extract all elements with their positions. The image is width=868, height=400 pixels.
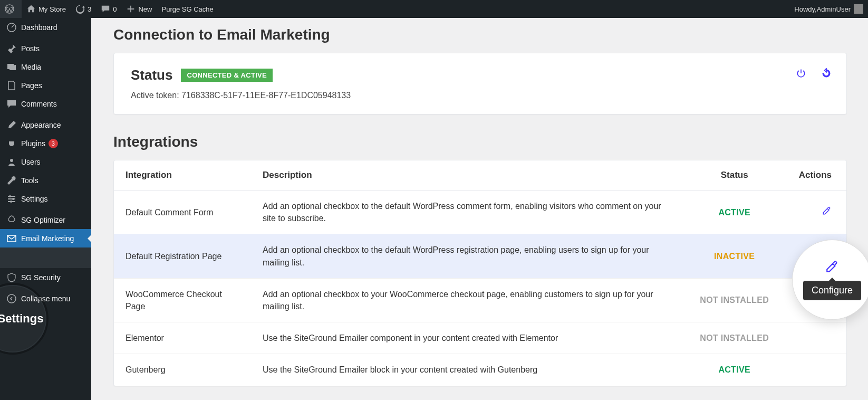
status-badge: CONNECTED & ACTIVE bbox=[181, 69, 273, 82]
avatar-icon bbox=[854, 4, 863, 14]
menu-appearance[interactable]: Appearance bbox=[0, 116, 91, 134]
wp-logo[interactable] bbox=[0, 0, 22, 18]
menu-tools[interactable]: Tools bbox=[0, 171, 91, 189]
integration-description: Use the SiteGround Emailer block in your… bbox=[251, 354, 682, 386]
integration-actions bbox=[787, 322, 846, 354]
connection-section-title: Connection to Email Marketing bbox=[113, 26, 847, 43]
integrations-table-card: Integration Description Status Actions D… bbox=[113, 160, 847, 386]
account-link[interactable]: Howdy, AdminUser bbox=[789, 0, 868, 18]
new-label: New bbox=[138, 5, 152, 13]
menu-plugins[interactable]: Plugins 3 bbox=[0, 134, 91, 153]
menu-comments[interactable]: Comments bbox=[0, 94, 91, 113]
updates-count: 3 bbox=[88, 5, 91, 13]
col-description: Description bbox=[251, 160, 682, 191]
integrations-table: Integration Description Status Actions D… bbox=[114, 160, 846, 386]
table-row: ElementorUse the SiteGround Emailer comp… bbox=[114, 322, 846, 354]
table-row: WooCommerce Checkout PageAdd an optional… bbox=[114, 278, 846, 322]
user-display-name: AdminUser bbox=[817, 5, 851, 13]
svg-point-5 bbox=[10, 201, 12, 203]
configure-tooltip: Configure bbox=[803, 281, 861, 300]
site-name: My Store bbox=[38, 5, 66, 13]
menu-settings[interactable]: Settings bbox=[0, 189, 91, 208]
integration-description: Use the SiteGround Emailer component in … bbox=[251, 322, 682, 354]
home-icon bbox=[26, 4, 36, 14]
table-row: Default Registration PageAdd an optional… bbox=[114, 234, 846, 278]
integration-name: Gutenberg bbox=[114, 354, 251, 386]
menu-pages[interactable]: Pages bbox=[0, 76, 91, 94]
integrations-section-title: Integrations bbox=[113, 134, 847, 150]
updates-icon bbox=[75, 4, 85, 14]
menu-sg-security[interactable]: SG Security bbox=[0, 268, 91, 287]
site-link[interactable]: My Store bbox=[22, 0, 71, 18]
plus-icon bbox=[126, 4, 136, 14]
integration-status: ACTIVE bbox=[682, 191, 787, 234]
comment-icon bbox=[101, 4, 110, 14]
user-icon bbox=[6, 157, 17, 167]
dashboard-icon bbox=[6, 22, 17, 33]
pages-icon bbox=[6, 80, 17, 91]
integration-description: Add an optional checkbox to the default … bbox=[251, 191, 682, 234]
svg-point-3 bbox=[9, 195, 11, 197]
integration-description: Add an optional checkbox to the default … bbox=[251, 234, 682, 278]
menu-sg-optimizer[interactable]: SG Optimizer bbox=[0, 211, 91, 229]
configure-button[interactable] bbox=[822, 208, 832, 217]
wordpress-icon bbox=[5, 4, 14, 14]
col-integration: Integration bbox=[114, 160, 251, 191]
configure-callout: Configure bbox=[792, 240, 868, 320]
purge-label: Purge SG Cache bbox=[162, 5, 214, 13]
pin-icon bbox=[6, 43, 17, 54]
sliders-icon bbox=[6, 194, 17, 204]
menu-posts[interactable]: Posts bbox=[0, 39, 91, 58]
integration-status: ACTIVE bbox=[682, 354, 787, 386]
email-marketing-submenu: Settings bbox=[0, 247, 91, 268]
admin-sidebar: Dashboard Posts Media Pages Comments App… bbox=[0, 18, 91, 400]
pencil-icon bbox=[822, 206, 832, 215]
menu-media[interactable]: Media bbox=[0, 58, 91, 76]
brush-icon bbox=[6, 120, 17, 130]
email-icon bbox=[6, 233, 17, 244]
integration-name: WooCommerce Checkout Page bbox=[114, 278, 251, 322]
main-content: Connection to Email Marketing Status CON… bbox=[91, 18, 868, 400]
svg-point-7 bbox=[7, 294, 16, 303]
wrench-icon bbox=[6, 175, 17, 186]
purge-cache-link[interactable]: Purge SG Cache bbox=[157, 0, 218, 18]
power-off-icon bbox=[796, 68, 806, 79]
active-token-text: Active token: 7168338C-51F7-11EE-8F77-E1… bbox=[131, 91, 830, 100]
status-card: Status CONNECTED & ACTIVE Active token: … bbox=[113, 53, 847, 115]
table-row: Default Comment FormAdd an optional chec… bbox=[114, 191, 846, 234]
refresh-button[interactable] bbox=[821, 68, 832, 81]
table-row: GutenbergUse the SiteGround Emailer bloc… bbox=[114, 354, 846, 386]
disconnect-button[interactable] bbox=[796, 68, 806, 81]
howdy-prefix: Howdy, bbox=[794, 5, 816, 13]
menu-email-marketing[interactable]: Email Marketing bbox=[0, 229, 91, 247]
plug-icon bbox=[6, 138, 17, 149]
shield-icon bbox=[6, 272, 17, 283]
integration-status: INACTIVE bbox=[682, 234, 787, 278]
col-actions: Actions bbox=[787, 160, 846, 191]
comments-icon bbox=[6, 99, 17, 109]
menu-users[interactable]: Users bbox=[0, 153, 91, 171]
refresh-icon bbox=[821, 68, 832, 79]
updates-link[interactable]: 3 bbox=[71, 0, 96, 18]
integration-actions bbox=[787, 354, 846, 386]
plugins-badge: 3 bbox=[49, 139, 58, 148]
col-status: Status bbox=[682, 160, 787, 191]
integration-name: Default Comment Form bbox=[114, 191, 251, 234]
comments-count: 0 bbox=[113, 5, 117, 13]
integration-name: Default Registration Page bbox=[114, 234, 251, 278]
svg-point-2 bbox=[10, 159, 13, 162]
pencil-icon bbox=[825, 260, 839, 273]
menu-dashboard[interactable]: Dashboard bbox=[0, 18, 91, 36]
new-link[interactable]: New bbox=[121, 0, 157, 18]
integration-status: NOT INSTALLED bbox=[682, 278, 787, 322]
svg-point-4 bbox=[12, 198, 14, 200]
integration-actions bbox=[787, 191, 846, 234]
svg-rect-6 bbox=[7, 235, 16, 242]
integration-name: Elementor bbox=[114, 322, 251, 354]
integration-description: Add an optional checkbox to your WooComm… bbox=[251, 278, 682, 322]
status-label: Status bbox=[131, 67, 172, 83]
collapse-menu[interactable]: Collapse menu bbox=[0, 289, 91, 308]
comments-link[interactable]: 0 bbox=[96, 0, 121, 18]
admin-bar: My Store 3 0 New Purge SG Cache Howdy, A… bbox=[0, 0, 868, 18]
media-icon bbox=[6, 62, 17, 72]
